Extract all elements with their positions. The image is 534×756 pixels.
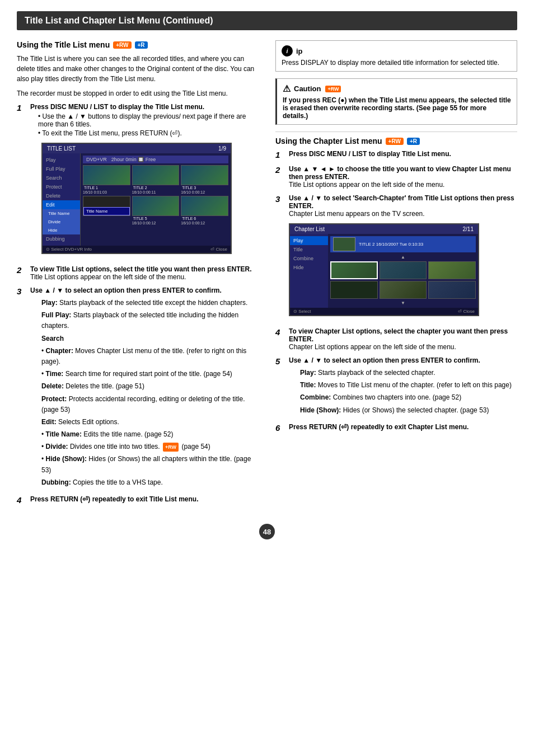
dvd-vr-label: DVD+VR: [86, 157, 107, 162]
caution-box: ⚠ Caution +RW If you press REC (●) when …: [275, 78, 517, 125]
badge-rw-1: +RW: [113, 41, 131, 49]
right-step-2-main: Use ▲ ▼ ◄ ► to choose the title you want…: [289, 165, 511, 181]
page-number-badge: 48: [259, 524, 275, 539]
screen-counter: 1/9: [218, 145, 226, 152]
right-step-1-main: Press DISC MENU / LIST to display Title …: [289, 150, 451, 158]
option-time: • Time: Search time for required start p…: [41, 369, 259, 379]
right-step-1: 1 Press DISC MENU / LIST to display Titl…: [275, 150, 517, 159]
right-step-1-content: Press DISC MENU / LIST to display Title …: [289, 150, 517, 158]
chapter-list-heading-text: Using the Chapter List menu: [275, 137, 382, 145]
right-step-6-main: Press RETURN (⏎) repeatedly to exit Chap…: [289, 423, 469, 431]
right-step-3-main: Use ▲ / ▼ to select 'Search-Chapter' fro…: [289, 194, 514, 210]
right-step-3-content: Use ▲ / ▼ to select 'Search-Chapter' fro…: [289, 194, 517, 322]
screen-body: Play Full Play Search Protect Delete Edi…: [43, 153, 231, 246]
screen-sidebar: Play Full Play Search Protect Delete Edi…: [43, 153, 81, 246]
caution-label: Caution: [294, 84, 321, 93]
title-list-screen: TITLE LIST 1/9 Play Full Play Search Pro…: [41, 143, 232, 254]
chapter-main: TITLE 2 16/10/2007 Tue 0:10:33 ▲: [328, 234, 478, 308]
step-1-main: Press DISC MENU / LIST to display the Ti…: [30, 103, 204, 111]
chapter-thumb-small: [333, 237, 355, 251]
chapter-title-info: TITLE 2 16/10/2007 Tue 0:10:33: [359, 242, 423, 247]
right-step-4-content: To view Chapter List options, select the…: [289, 327, 517, 351]
title-cell-5: TITLE 5 16/10 0:00:12: [132, 196, 180, 225]
title-info-1: 16/10 0:01:03: [83, 190, 130, 194]
title-cell-6: TITLE 6 16/10 0:00:12: [181, 196, 228, 225]
step-2-sub: Title List options appear on the left si…: [30, 273, 186, 281]
right-step-num-3: 3: [275, 194, 284, 204]
sidebar-titlename: Title Name: [43, 209, 80, 218]
divide-badge: +RW: [163, 443, 179, 452]
sidebar-hide: Hide: [43, 226, 80, 234]
right-step-2-content: Use ▲ ▼ ◄ ► to choose the title you want…: [289, 165, 517, 189]
title-info-2: 16/10 0:00:11: [132, 190, 180, 194]
chapter-scroll-up: ▲: [330, 255, 476, 260]
caution-text-bold: If you press REC (●) when the Title List…: [283, 96, 511, 120]
screen-title: TITLE LIST: [47, 145, 76, 152]
title-thumb-3: [181, 165, 228, 185]
right-column: i ip Press DISPLAY to display more detai…: [275, 40, 517, 510]
chap-thumb-5: [380, 281, 427, 299]
title-label-2: TITLE 2: [132, 185, 180, 190]
chap-option-title: Title: Moves to Title List menu of the c…: [300, 380, 517, 391]
option-search-header: Search: [41, 334, 259, 344]
right-step-num-1: 1: [275, 150, 284, 159]
option-edit: Edit: Selects Edit options.: [41, 417, 259, 428]
caution-text: If you press REC (●) when the Title List…: [283, 96, 511, 120]
title-list-heading-text: Using the Title List menu: [17, 40, 110, 49]
title-info-3: 16/10 0:00:12: [181, 190, 228, 194]
step-2-main: To view Title List options, select the t…: [30, 265, 252, 273]
title-info-5: 16/10 0:00:12: [132, 221, 180, 225]
chap-thumb-4: [330, 281, 378, 299]
title-name-overlay: Title Name: [83, 207, 130, 215]
step-num-3: 3: [17, 287, 26, 296]
screen-footer-close: ⏎ Close: [210, 247, 227, 252]
chap-option-hide: Hide (Show): Hides (or Shows) the select…: [300, 405, 517, 416]
right-step-2: 2 Use ▲ ▼ ◄ ► to choose the title you wa…: [275, 165, 517, 189]
chapter-title-bar: TITLE 2 16/10/2007 Tue 0:10:33: [330, 236, 476, 252]
chap-thumb-2: [380, 261, 427, 279]
title-thumb-4: Title Name: [83, 196, 130, 216]
title-thumb-1: [83, 165, 130, 185]
chapter-footer-select: ⊙ Select: [293, 309, 311, 314]
chap-sidebar-title: Title: [290, 245, 328, 254]
chapter-list-heading: Using the Chapter List menu +RW +R: [275, 137, 517, 145]
title-label-1: TITLE 1: [83, 185, 130, 190]
bullet-1-2: To exit the Title List menu, press RETUR…: [38, 129, 259, 137]
title-info-6: 16/10 0:00:12: [181, 221, 228, 225]
sidebar-dubbing: Dubbing: [43, 234, 80, 243]
badge-rw-2: +RW: [386, 138, 404, 145]
caution-badge: +RW: [325, 86, 341, 92]
tip-text: Press DISPLAY to display more detailed t…: [282, 59, 511, 67]
step-1-bullets: Use the ▲ / ▼ buttons to display the pre…: [38, 112, 259, 137]
right-step-num-2: 2: [275, 165, 284, 175]
right-step-3-sub: Chapter List menu appears on the TV scre…: [289, 210, 425, 218]
sidebar-fullplay: Full Play: [43, 165, 80, 173]
screen-footer-select: ⊙ Select DVD+VR Info: [46, 247, 92, 252]
option-chapter: • Chapter: Moves Chapter List menu of th…: [41, 346, 259, 367]
time-free-label: 2hour 0min 🔲 Free: [111, 157, 156, 162]
right-step-4-main: To view Chapter List options, select the…: [289, 327, 508, 343]
step-4-content: Press RETURN (⏎) repeatedly to exit Titl…: [30, 495, 259, 503]
right-step-6: 6 Press RETURN (⏎) repeatedly to exit Ch…: [275, 423, 517, 433]
tip-label: ip: [296, 47, 303, 55]
badge-r-1: +R: [135, 41, 148, 49]
title-label-6: TITLE 6: [181, 216, 228, 221]
right-step-4-sub: Chapter List options appear on the left …: [289, 343, 456, 351]
step-2-content: To view Title List options, select the t…: [30, 265, 259, 281]
title-list-heading: Using the Title List menu +RW +R: [17, 40, 259, 49]
right-step-5-content: Use ▲ / ▼ to select an option then press…: [289, 356, 517, 417]
screen-footer: ⊙ Select DVD+VR Info ⏎ Close: [43, 246, 231, 253]
chapter-screen-header: Chapter List 2/11: [290, 224, 478, 234]
step-3: 3 Use ▲ / ▼ to select an option then pre…: [17, 287, 259, 490]
chapters-grid: [330, 261, 476, 299]
chapter-scroll-down: ▼: [330, 300, 476, 306]
title-label-5: TITLE 5: [132, 216, 180, 221]
title-thumb-2: [132, 165, 180, 185]
caution-triangle-icon: ⚠: [283, 83, 291, 94]
caution-title: ⚠ Caution +RW: [283, 83, 511, 94]
chapter-options-block: Play: Starts playback of the selected ch…: [300, 368, 517, 416]
step-3-main: Use ▲ / ▼ to select an option then press…: [30, 287, 222, 294]
option-protect: Protect: Protects accidental recording, …: [41, 394, 259, 415]
title-label-3: TITLE 3: [181, 185, 228, 190]
right-step-5: 5 Use ▲ / ▼ to select an option then pre…: [275, 356, 517, 417]
